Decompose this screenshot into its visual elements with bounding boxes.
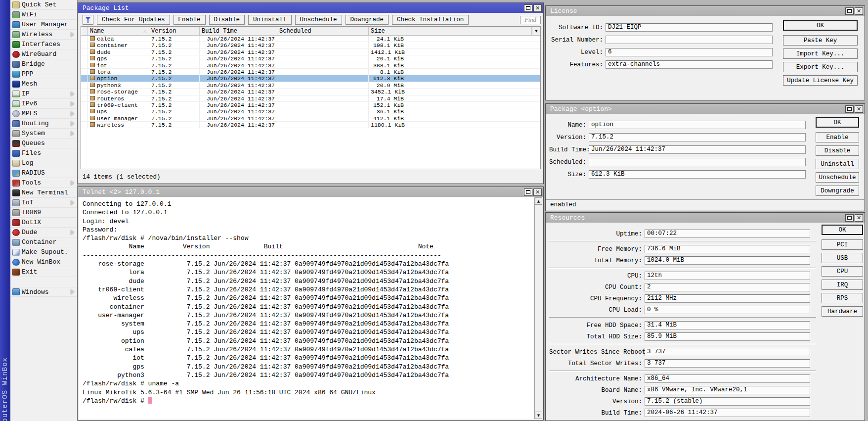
table-row[interactable]: routeros 7.15.2 Jun/26/2024 11:42:37 17.… (81, 95, 540, 102)
version-field[interactable]: 7.15.2 (589, 133, 806, 141)
paste-key-button[interactable]: Paste Key (783, 35, 858, 46)
sidebar-item[interactable]: User Manager (10, 20, 77, 30)
export-key-button[interactable]: Export Key... (783, 62, 858, 72)
close-button[interactable]: ✕ (855, 214, 863, 222)
ok-button[interactable]: OK (783, 20, 858, 31)
resource-value-field[interactable]: 00:07:22 (645, 230, 810, 238)
filter-button[interactable] (83, 15, 93, 25)
sidebar-item[interactable]: Files (10, 148, 77, 158)
maximize-button[interactable] (845, 214, 854, 222)
table-row[interactable]: calea 7.15.2 Jun/26/2024 11:42:37 24.1 K… (81, 36, 540, 42)
sidebar-item[interactable]: Dude (10, 228, 77, 237)
sidebar-item[interactable]: TR069 (10, 208, 77, 218)
table-row[interactable]: tr069-client 7.15.2 Jun/26/2024 11:42:37… (81, 102, 540, 108)
close-button[interactable]: ✕ (533, 4, 542, 12)
toolbar-button[interactable]: Disable (209, 15, 245, 25)
sidebar-item[interactable]: MPLS (10, 109, 77, 119)
hardware-button[interactable]: Hardware (822, 306, 863, 317)
terminal-output[interactable]: Connecting to 127.0.0.1Connected to 127.… (79, 197, 534, 420)
resource-value-field[interactable]: 2 (645, 283, 810, 291)
package-option-titlebar[interactable]: Package <option> ✕ (546, 104, 865, 114)
table-row[interactable]: user-manager 7.15.2 Jun/26/2024 11:42:37… (81, 115, 540, 122)
downgrade-button[interactable]: Downgrade (816, 186, 859, 196)
toolbar-button[interactable]: Check For Updates (97, 15, 170, 25)
sidebar-item[interactable]: RADIUS (10, 168, 77, 178)
size-field[interactable]: 612.3 KiB (589, 170, 806, 179)
sidebar-item[interactable]: Exit (10, 267, 77, 277)
column-header-version[interactable]: Version (149, 27, 200, 35)
close-button[interactable]: ✕ (855, 105, 863, 113)
scroll-up-button[interactable]: ▲ (535, 197, 542, 205)
resource-value-field[interactable]: 3 737 (645, 348, 810, 356)
resource-value-field[interactable]: x86_64 (645, 374, 810, 383)
resources-titlebar[interactable]: Resources ✕ (546, 213, 865, 223)
resource-value-field[interactable]: 2112 MHz (645, 294, 810, 303)
sidebar-item[interactable]: WiFi (10, 10, 77, 20)
sidebar-item[interactable]: Container (10, 237, 77, 247)
close-button[interactable]: ✕ (855, 7, 863, 15)
sidebar-item[interactable]: PPP (10, 69, 77, 79)
sidebar-item[interactable]: Bridge (10, 59, 77, 69)
table-row[interactable]: iot 7.15.2 Jun/26/2024 11:42:37 388.1 Ki… (81, 62, 540, 69)
column-header-name[interactable]: Name △ (88, 27, 149, 35)
serial-number-field[interactable] (606, 36, 773, 44)
maximize-button[interactable] (524, 188, 532, 196)
name-field[interactable]: option (589, 121, 806, 129)
unschedule-button[interactable]: Unschedule (816, 172, 859, 183)
package-list-titlebar[interactable]: Package List ✕ (78, 3, 543, 13)
table-row[interactable]: gps 7.15.2 Jun/26/2024 11:42:37 20.1 KiB (81, 55, 540, 62)
level-field[interactable]: 6 (606, 48, 773, 56)
sidebar-item[interactable]: Make Supout.rif (10, 247, 77, 257)
maximize-button[interactable] (524, 4, 532, 12)
uninstall-button[interactable]: Uninstall (816, 159, 859, 169)
column-header-size[interactable]: Size (369, 27, 406, 35)
column-header-scheduled[interactable]: Scheduled (277, 27, 369, 35)
features-field[interactable]: extra-channels (606, 60, 773, 69)
sidebar-item[interactable]: Quick Set (10, 0, 77, 10)
find-input[interactable]: Find (520, 16, 541, 24)
resource-value-field[interactable]: 7.15.2 (stable) (645, 397, 810, 406)
toolbar-button[interactable]: Uninstall (248, 15, 292, 25)
resource-value-field[interactable]: x86 VMware, Inc. VMware20,1 (645, 386, 810, 394)
column-header-build-time[interactable]: Build Time (200, 27, 277, 35)
column-selector-dropdown[interactable]: ▼ (532, 27, 540, 35)
sidebar-item[interactable]: System (10, 129, 77, 139)
toolbar-button[interactable]: Enable (174, 15, 206, 25)
usb-button[interactable]: USB (822, 253, 863, 263)
toolbar-button[interactable]: Downgrade (346, 15, 389, 25)
sidebar-item[interactable]: Tools (10, 178, 77, 188)
ok-button[interactable]: OK (822, 225, 863, 235)
license-titlebar[interactable]: License ✕ (546, 6, 865, 16)
sidebar-item[interactable]: Log (10, 158, 77, 168)
sidebar-item[interactable]: IoT (10, 198, 77, 208)
resource-value-field[interactable]: 12th (645, 272, 810, 280)
enable-button[interactable]: Enable (816, 132, 859, 142)
scroll-down-button[interactable]: ▼ (535, 412, 542, 419)
sidebar-item[interactable]: Routing (10, 119, 77, 129)
toolbar-button[interactable]: Check Installation (392, 15, 469, 25)
pci-button[interactable]: PCI (822, 239, 863, 250)
import-key-button[interactable]: Import Key... (783, 48, 858, 59)
table-row[interactable]: lora 7.15.2 Jun/26/2024 11:42:37 8.1 KiB (81, 69, 540, 75)
table-row[interactable]: ups 7.15.2 Jun/26/2024 11:42:37 36.1 KiB (81, 108, 540, 115)
table-row[interactable]: rose-storage 7.15.2 Jun/26/2024 11:42:37… (81, 89, 540, 95)
resource-value-field[interactable]: 3 737 (645, 359, 810, 368)
toolbar-button[interactable]: Unschedule (295, 15, 342, 25)
sidebar-item[interactable]: Wireless (10, 30, 77, 40)
sidebar-item[interactable]: Windows (10, 287, 77, 297)
close-button[interactable]: ✕ (533, 188, 542, 196)
resource-value-field[interactable]: 0 % (645, 306, 810, 314)
maximize-button[interactable] (845, 105, 854, 113)
table-row[interactable]: option 7.15.2 Jun/26/2024 11:42:37 612.3… (81, 75, 540, 82)
sidebar-item[interactable]: New WinBox (10, 257, 77, 267)
resource-value-field[interactable]: 1024.0 MiB (645, 256, 810, 265)
sidebar-item[interactable]: WireGuard (10, 49, 77, 59)
sidebar-item[interactable]: Mesh (10, 79, 77, 89)
sidebar-item[interactable]: Queues (10, 139, 77, 148)
table-row[interactable]: container 7.15.2 Jun/26/2024 11:42:37 10… (81, 42, 540, 48)
irq-button[interactable]: IRQ (822, 280, 863, 290)
resource-value-field[interactable]: 736.6 MiB (645, 245, 810, 253)
maximize-button[interactable] (845, 7, 854, 15)
sidebar-item[interactable]: Interfaces (10, 40, 77, 49)
rps-button[interactable]: RPS (822, 293, 863, 303)
